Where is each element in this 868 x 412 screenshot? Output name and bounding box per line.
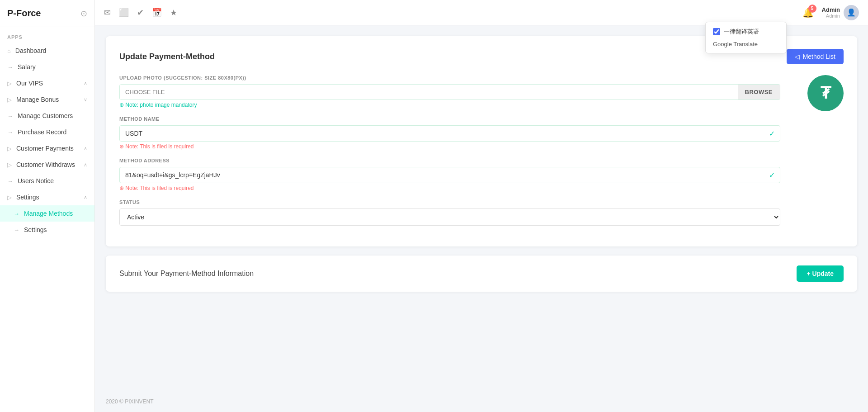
avatar: 👤 xyxy=(844,5,859,20)
upload-label: UPLOAD PHOTO (SUGGESTION: SIZE 80X80(PX)… xyxy=(119,75,780,81)
method-address-input[interactable] xyxy=(119,167,780,183)
note-method-address: ⊕ Note: This is filed is required xyxy=(119,185,780,191)
method-address-check-icon: ✓ xyxy=(769,171,775,180)
form-row-status: STATUS Active Inactive xyxy=(119,199,780,226)
translate-checkbox[interactable] xyxy=(713,28,720,35)
form-row-upload: UPLOAD PHOTO (SUGGESTION: SIZE 80X80(PX)… xyxy=(119,75,780,108)
note-method-name: ⊕ Note: This is filed is required xyxy=(119,143,780,150)
check-icon[interactable]: ✔ xyxy=(137,8,144,18)
note-photo: ⊕ Note: photo image mandatory xyxy=(119,102,780,108)
settings-arrow-icon: ▷ xyxy=(7,194,12,201)
payments-chevron-icon: ∧ xyxy=(84,146,87,152)
mail-icon[interactable]: ✉ xyxy=(104,8,111,18)
translate-dropdown: 一律翻译英语 Google Translate xyxy=(705,22,787,53)
chat-icon[interactable]: ⬜ xyxy=(119,8,129,18)
note-address-icon: ⊕ xyxy=(119,185,124,191)
purchase-arrow-icon: → xyxy=(7,129,13,136)
vips-chevron-icon: ∧ xyxy=(84,81,87,86)
app-name: P-Force xyxy=(7,8,41,19)
sidebar-item-our-vips[interactable]: ▷ Our VIPS ∧ xyxy=(0,75,94,91)
photo-preview-area: ₮ xyxy=(798,75,844,111)
sidebar-label-customer-withdraws: Customer Withdraws xyxy=(16,161,82,168)
sidebar-label-salary: Salary xyxy=(18,63,87,71)
methods-arrow-icon: → xyxy=(14,210,19,217)
settings-chevron-icon: ∧ xyxy=(84,194,87,200)
sidebar-label-users-notice: Users Notice xyxy=(18,177,87,185)
sidebar-item-manage-methods[interactable]: → Manage Methods xyxy=(0,205,94,222)
method-list-icon: ◁ xyxy=(795,53,800,60)
sidebar-item-manage-customers[interactable]: → Manage Customers xyxy=(0,108,94,124)
file-input[interactable] xyxy=(120,85,738,99)
note-address-text: Note: This is filed is required xyxy=(125,185,193,191)
user-name: Admin xyxy=(822,6,840,13)
settings-sub-arrow-icon: → xyxy=(14,227,19,233)
sidebar-item-manage-bonus[interactable]: ▷ Manage Bonus ∨ xyxy=(0,91,94,108)
status-label: STATUS xyxy=(119,199,780,205)
sidebar-item-dashboard[interactable]: ⌂ Dashboard xyxy=(0,43,94,59)
sidebar-label-manage-methods: Manage Methods xyxy=(24,210,87,217)
note-photo-text: Note: photo image mandatory xyxy=(125,102,197,108)
footer: 2020 © PIXINVENT xyxy=(95,391,868,412)
sidebar-label-customer-payments: Customer Payments xyxy=(16,145,82,152)
file-input-row: BROWSE xyxy=(119,84,780,100)
sidebar-label-manage-customers: Manage Customers xyxy=(18,112,87,119)
card-title: Update Payment-Method xyxy=(119,52,215,62)
method-name-input[interactable] xyxy=(119,125,780,142)
method-list-button[interactable]: ◁ Method List xyxy=(787,49,844,64)
sidebar-item-customer-payments[interactable]: ▷ Customer Payments ∧ xyxy=(0,140,94,156)
topbar: ✉ ⬜ ✔ 📅 ★ 一律翻译英语 Google Translate 🔔 5 Ad… xyxy=(95,0,868,25)
update-payment-card: Update Payment-Method ◁ Method List UPLO… xyxy=(106,36,857,246)
main-content: ✉ ⬜ ✔ 📅 ★ 一律翻译英语 Google Translate 🔔 5 Ad… xyxy=(95,0,868,412)
sidebar-item-settings-sub[interactable]: → Settings xyxy=(0,222,94,238)
payments-arrow-icon: ▷ xyxy=(7,145,12,152)
user-role: Admin xyxy=(822,13,840,19)
page-content: Update Payment-Method ◁ Method List UPLO… xyxy=(95,25,868,391)
note-method-icon: ⊕ xyxy=(119,143,124,150)
calendar-icon[interactable]: 📅 xyxy=(152,8,162,18)
sidebar-item-salary[interactable]: → Salary xyxy=(0,59,94,75)
method-name-check-icon: ✓ xyxy=(769,129,775,138)
sidebar: P-Force ⊙ APPS ⌂ Dashboard → Salary ▷ Ou… xyxy=(0,0,95,412)
note-method-text: Note: This is filed is required xyxy=(125,143,193,150)
usdt-logo: ₮ xyxy=(807,75,844,111)
sidebar-item-purchase-record[interactable]: → Purchase Record xyxy=(0,124,94,140)
sidebar-label-purchase-record: Purchase Record xyxy=(18,128,87,136)
notification-bell[interactable]: 🔔 5 xyxy=(802,7,814,18)
update-button[interactable]: + Update xyxy=(797,265,844,282)
sidebar-label-settings-parent: Settings xyxy=(16,194,82,201)
notice-arrow-icon: → xyxy=(7,178,13,185)
user-area[interactable]: Admin Admin 👤 xyxy=(822,5,859,20)
footer-text: 2020 © PIXINVENT xyxy=(106,398,154,405)
sidebar-label-our-vips: Our VIPS xyxy=(16,80,82,87)
form-row-method-address: METHOD ADDRESS ✓ ⊕ Note: This is filed i… xyxy=(119,158,780,191)
withdraws-chevron-icon: ∧ xyxy=(84,162,87,168)
sidebar-item-users-notice[interactable]: → Users Notice xyxy=(0,173,94,189)
bonus-arrow-icon: ▷ xyxy=(7,96,12,103)
status-select[interactable]: Active Inactive xyxy=(119,208,780,226)
bonus-chevron-icon: ∨ xyxy=(84,97,87,103)
method-address-label: METHOD ADDRESS xyxy=(119,158,780,163)
google-translate-label: Google Translate xyxy=(713,41,758,47)
submit-title: Submit Your Payment-Method Information xyxy=(119,270,254,278)
method-address-input-wrap: ✓ xyxy=(119,167,780,183)
method-name-label: METHOD NAME xyxy=(119,116,780,122)
translate-row: 一律翻译英语 xyxy=(713,28,779,36)
sidebar-label-dashboard: Dashboard xyxy=(15,47,87,54)
note-photo-icon: ⊕ xyxy=(119,102,124,108)
dashboard-icon: ⌂ xyxy=(7,47,11,54)
sidebar-label-settings-sub: Settings xyxy=(24,226,87,233)
browse-button[interactable]: BROWSE xyxy=(738,85,780,99)
sidebar-logo: P-Force ⊙ xyxy=(0,0,94,27)
method-list-label: Method List xyxy=(803,53,835,60)
star-icon[interactable]: ★ xyxy=(170,8,177,18)
sidebar-item-customer-withdraws[interactable]: ▷ Customer Withdraws ∧ xyxy=(0,156,94,173)
customers-arrow-icon: → xyxy=(7,113,13,119)
sidebar-item-settings-parent[interactable]: ▷ Settings ∧ xyxy=(0,189,94,205)
apps-section-label: APPS xyxy=(0,27,94,43)
salary-arrow-icon: → xyxy=(7,64,13,71)
withdraws-arrow-icon: ▷ xyxy=(7,161,12,168)
notification-badge: 5 xyxy=(808,5,816,13)
settings-icon[interactable]: ⊙ xyxy=(80,9,87,19)
usdt-logo-text: ₮ xyxy=(821,84,831,103)
submit-card: Submit Your Payment-Method Information +… xyxy=(106,256,857,292)
